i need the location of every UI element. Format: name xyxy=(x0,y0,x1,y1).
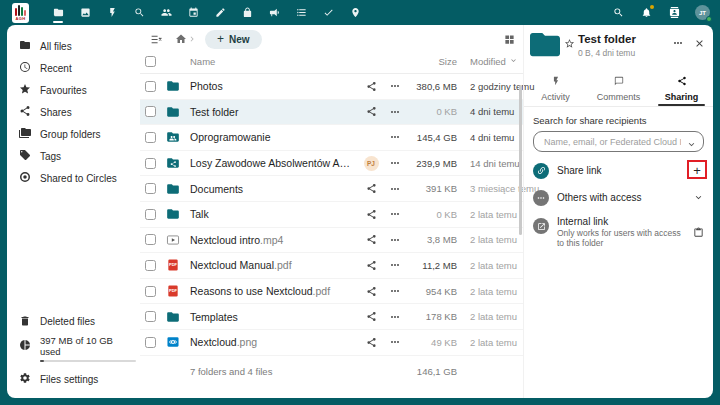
file-name[interactable]: Documents xyxy=(186,183,359,195)
grid-view-toggle-icon[interactable] xyxy=(504,34,515,45)
app-lightning-icon[interactable] xyxy=(105,4,119,22)
expand-chevron-icon[interactable] xyxy=(693,192,704,203)
share-action-icon[interactable] xyxy=(359,81,383,92)
row-checkbox[interactable] xyxy=(145,81,156,92)
row-checkbox[interactable] xyxy=(145,183,156,194)
row-checkbox[interactable] xyxy=(145,158,156,169)
row-checkbox[interactable] xyxy=(145,209,156,220)
sidebar-item-shares[interactable]: Shares xyxy=(7,101,140,123)
others-with-access-row[interactable]: Others with access xyxy=(533,189,704,206)
row-actions-icon[interactable] xyxy=(383,157,407,169)
app-list-icon[interactable] xyxy=(294,4,308,22)
file-name[interactable]: Talk xyxy=(186,208,359,220)
file-row-reasons-to-use-nextcloud[interactable]: PDFReasons to use Nextcloud.pdf954 KB2 l… xyxy=(140,279,523,305)
file-name[interactable]: Losy Zawodowe Absolwentów AGH - raporty xyxy=(186,157,359,169)
nav-files-settings[interactable]: Files settings xyxy=(7,368,140,390)
share-action-icon[interactable] xyxy=(359,234,383,245)
share-action-icon[interactable] xyxy=(359,260,383,271)
file-row-templates[interactable]: Templates178 KB2 lata temu xyxy=(140,304,523,330)
storage-quota[interactable]: 397 MB of 10 GB used xyxy=(7,333,140,369)
row-actions-icon[interactable] xyxy=(383,336,407,348)
app-bullhorn-icon[interactable] xyxy=(267,4,281,22)
app-calendar-icon[interactable] xyxy=(186,4,200,22)
contacts-menu-icon[interactable] xyxy=(667,5,681,21)
file-row-oprogramowanie[interactable]: Oprogramowanie145,4 GB4 dni temu xyxy=(140,125,523,151)
file-row-documents[interactable]: Documents391 KB3 miesiące temu xyxy=(140,176,523,202)
file-row-nextcloud-intro[interactable]: Nextcloud intro.mp43,8 MB2 lata temu xyxy=(140,228,523,254)
sidebar-actions-icon[interactable] xyxy=(672,35,684,63)
copy-to-clipboard-icon[interactable] xyxy=(693,227,704,238)
row-checkbox[interactable] xyxy=(145,106,156,117)
row-actions-icon[interactable] xyxy=(383,311,407,323)
row-checkbox[interactable] xyxy=(145,132,156,143)
share-recipient-combobox[interactable] xyxy=(533,131,704,152)
row-checkbox[interactable] xyxy=(145,311,156,322)
file-row-losy-zawodowe-absolwent-w-agh-raporty[interactable]: Losy Zawodowe Absolwentów AGH - raportyP… xyxy=(140,151,523,177)
row-actions-icon[interactable] xyxy=(383,285,407,297)
share-action-icon[interactable] xyxy=(359,183,383,194)
select-all-checkbox[interactable] xyxy=(145,56,156,67)
share-action-icon[interactable] xyxy=(359,106,383,117)
file-name[interactable]: Nextcloud.png xyxy=(186,336,359,348)
column-size[interactable]: Size xyxy=(407,56,457,67)
file-name[interactable]: Reasons to use Nextcloud.pdf xyxy=(186,285,359,297)
tab-activity[interactable]: Activity xyxy=(524,69,587,106)
sidebar-item-all-files[interactable]: All files xyxy=(7,35,140,57)
app-magnify-icon[interactable] xyxy=(132,4,146,22)
row-actions-icon[interactable] xyxy=(383,259,407,271)
share-action-icon[interactable] xyxy=(359,311,383,322)
list-scrollbar[interactable] xyxy=(519,85,522,235)
share-recipient-input[interactable] xyxy=(542,136,683,148)
row-checkbox[interactable] xyxy=(145,286,156,297)
agh-logo[interactable]: AGH xyxy=(12,3,29,23)
close-navigation-icon[interactable] xyxy=(150,33,163,46)
file-name[interactable]: Test folder xyxy=(186,106,359,118)
share-action-icon[interactable] xyxy=(359,286,383,297)
row-checkbox[interactable] xyxy=(145,234,156,245)
file-name[interactable]: Templates xyxy=(186,311,359,323)
file-row-photos[interactable]: Photos380,6 MB2 godziny temu xyxy=(140,74,523,100)
row-actions-icon[interactable] xyxy=(383,208,407,220)
breadcrumb-home-icon[interactable] xyxy=(175,33,187,45)
tab-comments[interactable]: Comments xyxy=(587,69,650,106)
unified-search-icon[interactable] xyxy=(611,5,625,21)
row-actions-icon[interactable] xyxy=(383,106,407,118)
file-row-test-folder[interactable]: Test folder0 KB4 dni temu xyxy=(140,100,523,126)
column-modified[interactable]: Modified xyxy=(457,56,519,67)
file-row-nextcloud[interactable]: Nextcloud.png49 KB2 lata temu xyxy=(140,330,523,356)
sidebar-close-icon[interactable] xyxy=(694,35,705,63)
sidebar-item-shared-to-circles[interactable]: Shared to Circles xyxy=(7,167,140,189)
share-action-icon[interactable] xyxy=(359,209,383,220)
user-avatar[interactable]: JT xyxy=(695,5,710,20)
favourite-star-icon[interactable] xyxy=(564,35,575,63)
row-actions-icon[interactable] xyxy=(383,131,407,143)
share-action-icon[interactable] xyxy=(359,337,383,348)
add-share-link-button[interactable]: + xyxy=(690,164,704,177)
app-folder-icon[interactable] xyxy=(51,4,65,22)
app-map-marker-icon[interactable] xyxy=(348,4,362,22)
file-name[interactable]: Nextcloud intro.mp4 xyxy=(186,234,359,246)
row-actions-icon[interactable] xyxy=(383,80,407,92)
sharer-avatar[interactable]: PJ xyxy=(364,156,379,171)
row-checkbox[interactable] xyxy=(145,337,156,348)
nav-deleted-files[interactable]: Deleted files xyxy=(7,311,140,333)
file-name[interactable]: Photos xyxy=(186,80,359,92)
app-check-icon[interactable] xyxy=(321,4,335,22)
row-actions-icon[interactable] xyxy=(383,183,407,195)
new-button[interactable]: + New xyxy=(205,30,262,49)
app-pencil-icon[interactable] xyxy=(213,4,227,22)
sidebar-item-group-folders[interactable]: Group folders xyxy=(7,123,140,145)
sidebar-item-recent[interactable]: Recent xyxy=(7,57,140,79)
column-name[interactable]: Name xyxy=(186,56,359,67)
file-name[interactable]: Nextcloud Manual.pdf xyxy=(186,259,359,271)
notifications-bell-icon[interactable] xyxy=(639,5,653,21)
sidebar-item-tags[interactable]: Tags xyxy=(7,145,140,167)
app-lock-icon[interactable] xyxy=(240,4,254,22)
app-image-icon[interactable] xyxy=(78,4,92,22)
sidebar-item-favourites[interactable]: Favourites xyxy=(7,79,140,101)
file-row-nextcloud-manual[interactable]: PDFNextcloud Manual.pdf11,2 MB2 lata tem… xyxy=(140,253,523,279)
row-checkbox[interactable] xyxy=(145,260,156,271)
tab-sharing[interactable]: Sharing xyxy=(650,69,713,106)
file-row-talk[interactable]: Talk0 KB2 lata temu xyxy=(140,202,523,228)
file-name[interactable]: Oprogramowanie xyxy=(186,131,359,143)
